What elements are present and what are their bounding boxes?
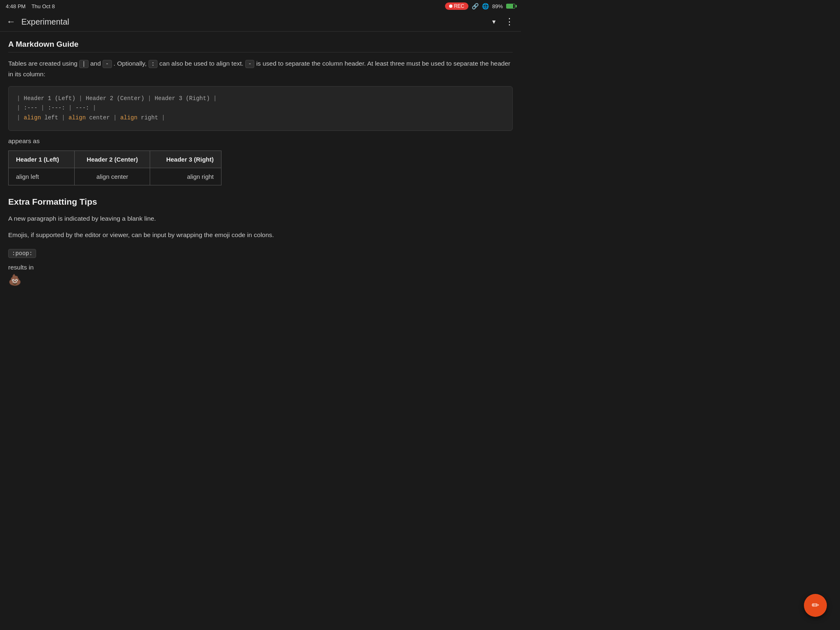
extra-tips-heading: Extra Formatting Tips [8, 197, 513, 207]
main-content: A Markdown Guide Tables are created usin… [0, 32, 521, 327]
status-time-date: 4:48 PM Thu Oct 8 [6, 3, 55, 9]
top-bar-right: ▼ ⋮ [491, 16, 514, 27]
section-title: A Markdown Guide [8, 40, 513, 52]
emoji-result: 💩 [8, 274, 513, 286]
table-cell-2: align center [75, 168, 150, 185]
status-time: 4:48 PM [6, 3, 25, 9]
appears-as-text: appears as [8, 137, 513, 145]
table-cell-1: align left [9, 168, 75, 185]
table-header-3: Header 3 (Right) [150, 151, 221, 168]
status-right-group: REC 🔗 🌐 89% [445, 2, 515, 10]
results-in-text: results in [8, 264, 513, 271]
intro-text: Tables are created using [8, 60, 78, 67]
dash2-code: - [245, 60, 254, 68]
colon-code: : [148, 60, 158, 68]
page-title: Experimental [21, 17, 69, 27]
code-block: | Header 1 (Left) | Header 2 (Center) | … [8, 86, 513, 131]
table-cell-3: align right [150, 168, 221, 185]
dropdown-icon[interactable]: ▼ [491, 18, 497, 25]
table-header-1: Header 1 (Left) [9, 151, 75, 168]
emoji-code: :poop: [8, 249, 36, 258]
recording-badge: REC [445, 2, 468, 10]
more-options-icon[interactable]: ⋮ [505, 16, 514, 27]
link-icon: 🔗 [472, 3, 479, 9]
table-header-row: Header 1 (Left) Header 2 (Center) Header… [9, 151, 221, 168]
top-bar-left: ← Experimental [7, 16, 69, 27]
table-header-2: Header 2 (Center) [75, 151, 150, 168]
recording-dot [449, 5, 452, 8]
pipe-code: | [79, 60, 88, 68]
back-button[interactable]: ← [7, 16, 16, 27]
table-row: align left align center align right [9, 168, 221, 185]
para2: Emojis, if supported by the editor or vi… [8, 230, 513, 240]
dash-code: - [103, 60, 112, 68]
recording-label: REC [454, 3, 464, 9]
intro-paragraph: Tables are created using | and - . Optio… [8, 58, 513, 80]
battery-percent: 89% [492, 3, 503, 9]
status-date: Thu Oct 8 [32, 3, 55, 9]
battery-icon [506, 4, 515, 9]
top-bar: ← Experimental ▼ ⋮ [0, 12, 521, 32]
status-bar: 4:48 PM Thu Oct 8 REC 🔗 🌐 89% [0, 0, 521, 12]
markdown-table: Header 1 (Left) Header 2 (Center) Header… [8, 151, 221, 185]
world-icon: 🌐 [482, 3, 489, 9]
para1: A new paragraph is indicated by leaving … [8, 213, 513, 224]
